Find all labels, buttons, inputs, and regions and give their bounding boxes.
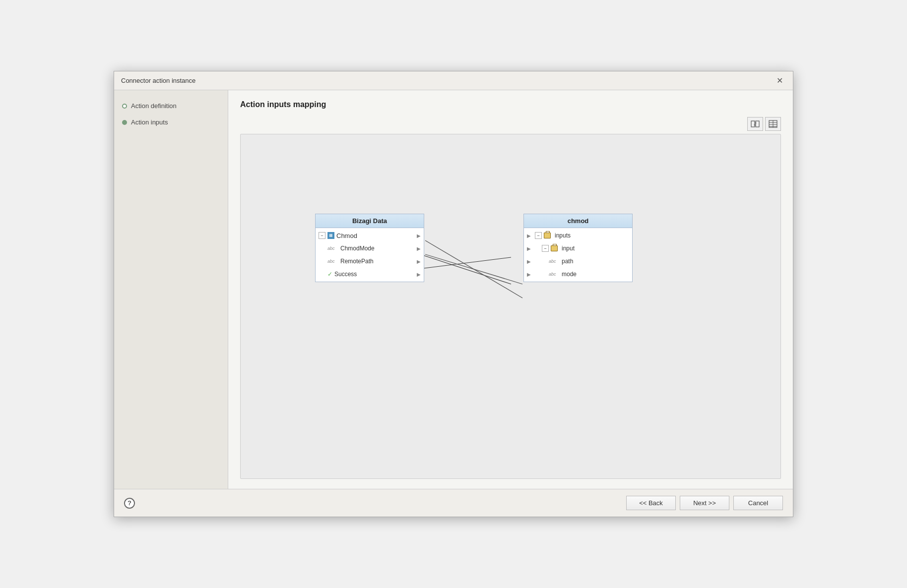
- success-check-icon: ✓: [327, 271, 332, 278]
- svg-line-14: [425, 254, 522, 284]
- success-arrow: ▶: [417, 272, 421, 277]
- canvas-inner: Bizagi Data − ▦ Chmod ▶: [241, 134, 780, 478]
- bizagi-box-body: − ▦ Chmod ▶ abc ChmodMode ▶: [316, 228, 424, 282]
- input-label: input: [562, 245, 575, 252]
- mapping-canvas: Bizagi Data − ▦ Chmod ▶: [240, 134, 781, 479]
- svg-marker-4: [756, 122, 757, 123]
- path-arrow-left: ▶: [527, 259, 531, 264]
- chmod-row-mode: ▶ abc mode: [524, 268, 632, 281]
- content-area: Action definition Action inputs Action i…: [114, 90, 793, 489]
- mode-arrow-left: ▶: [527, 272, 531, 277]
- svg-line-13: [425, 240, 522, 298]
- bizagi-row-chmodmode: abc ChmodMode ▶: [316, 242, 424, 255]
- sidebar-item-action-definition[interactable]: Action definition: [121, 100, 221, 112]
- bizagi-box: Bizagi Data − ▦ Chmod ▶: [315, 214, 424, 282]
- sidebar: Action definition Action inputs: [114, 90, 228, 489]
- success-label: Success: [334, 271, 357, 278]
- inputs-briefcase-icon: [544, 233, 551, 238]
- svg-rect-1: [756, 121, 759, 127]
- svg-line-12: [420, 254, 511, 284]
- sidebar-circle-1: [122, 104, 127, 109]
- bizagi-row-chmod: − ▦ Chmod ▶: [316, 229, 424, 242]
- remotepath-abc-icon: abc: [327, 259, 338, 264]
- remotepath-label: RemotePath: [340, 258, 374, 265]
- help-button[interactable]: ?: [124, 498, 135, 509]
- table-icon: [769, 119, 777, 128]
- chmodmode-abc-icon: abc: [327, 246, 338, 251]
- chmodmode-arrow: ▶: [417, 246, 421, 251]
- input-arrow-left: ▶: [527, 246, 531, 251]
- chmod-box-body: ▶ − inputs ▶ − inp: [524, 228, 632, 282]
- dialog: Connector action instance ✕ Action defin…: [114, 71, 793, 517]
- connector-svg: [241, 134, 780, 478]
- inputs-expand[interactable]: −: [535, 232, 542, 239]
- mode-abc-icon: abc: [549, 272, 560, 277]
- bizagi-box-header: Bizagi Data: [316, 214, 424, 228]
- remotepath-arrow: ▶: [417, 259, 421, 264]
- chmod-arrow: ▶: [417, 233, 421, 238]
- dialog-title: Connector action instance: [121, 77, 195, 84]
- chmod-label: Chmod: [336, 232, 357, 239]
- footer-left: ?: [124, 498, 135, 509]
- input-briefcase-icon: [551, 245, 558, 251]
- lines-svg: [241, 134, 780, 478]
- next-button[interactable]: Next >>: [680, 496, 729, 510]
- mode-label: mode: [562, 271, 577, 278]
- toolbar-row: [240, 117, 781, 131]
- main-content: Action inputs mapping: [228, 90, 793, 489]
- mapping-icon: [751, 119, 760, 128]
- back-button[interactable]: << Back: [626, 496, 676, 510]
- chmod-row-input: ▶ − input: [524, 242, 632, 255]
- footer: ? << Back Next >> Cancel: [114, 489, 793, 517]
- chmod-box: chmod ▶ − inputs ▶: [523, 214, 633, 282]
- chmod-table-icon: ▦: [327, 232, 334, 239]
- svg-line-11: [420, 257, 511, 269]
- svg-rect-0: [751, 121, 755, 127]
- chmodmode-label: ChmodMode: [340, 245, 375, 252]
- title-bar: Connector action instance ✕: [114, 71, 793, 90]
- chmod-row-inputs: ▶ − inputs: [524, 229, 632, 242]
- close-button[interactable]: ✕: [774, 76, 786, 86]
- chmod-row-path: ▶ abc path: [524, 255, 632, 268]
- path-abc-icon: abc: [549, 259, 560, 264]
- chmod-expand[interactable]: −: [319, 232, 325, 239]
- section-title: Action inputs mapping: [240, 100, 781, 109]
- svg-marker-5: [754, 124, 755, 125]
- bizagi-row-success: ✓ Success ▶: [316, 268, 424, 281]
- input-expand[interactable]: −: [542, 245, 549, 252]
- bizagi-row-remotepath: abc RemotePath ▶: [316, 255, 424, 268]
- cancel-button[interactable]: Cancel: [733, 496, 783, 510]
- footer-right: << Back Next >> Cancel: [626, 496, 783, 510]
- path-label: path: [562, 258, 573, 265]
- sidebar-circle-2: [122, 120, 127, 125]
- chmod-box-header: chmod: [524, 214, 632, 228]
- mapping-view-btn[interactable]: [747, 117, 763, 131]
- sidebar-label-action-inputs: Action inputs: [131, 118, 168, 126]
- table-view-btn[interactable]: [765, 117, 781, 131]
- inputs-arrow-left: ▶: [527, 233, 531, 238]
- sidebar-item-action-inputs[interactable]: Action inputs: [121, 117, 221, 128]
- sidebar-label-action-definition: Action definition: [131, 102, 177, 110]
- inputs-label: inputs: [555, 232, 571, 239]
